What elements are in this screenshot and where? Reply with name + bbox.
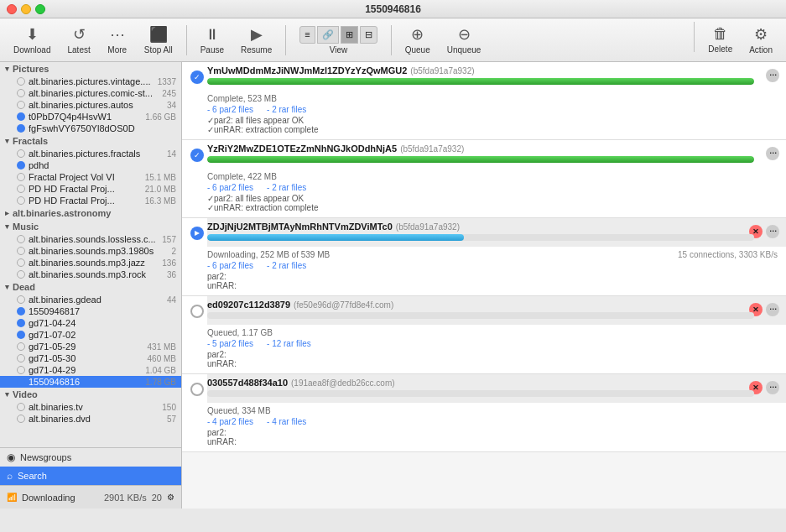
unqueue-icon: ⊖ (458, 25, 471, 44)
sidebar-item-newsgroups[interactable]: ◉ Newsgroups (0, 448, 181, 467)
dot-icon (17, 173, 25, 181)
resume-button[interactable]: ▶ Resume (234, 22, 278, 58)
toolbar-separator-1 (186, 25, 187, 55)
pause-button[interactable]: ⏸ Pause (194, 23, 231, 58)
status-indicator (190, 70, 204, 84)
more-button[interactable]: ⋯ More (101, 22, 134, 58)
item-size: 16.3 MB (145, 196, 176, 206)
download-files: - 6 par2 files - 2 rar files (207, 261, 778, 270)
sidebar-section-dead[interactable]: ▾Dead (0, 280, 181, 294)
rar-files-link[interactable]: - 2 rar files (267, 261, 306, 270)
expand-button[interactable]: ⋯ (766, 381, 779, 394)
unqueue-button[interactable]: ⊖ Unqueue (440, 22, 488, 58)
dot-icon (17, 235, 25, 243)
sidebar-item[interactable]: alt.binaries.dvd57 (0, 413, 181, 425)
sidebar-item[interactable]: alt.binaries.sounds.mp3.1980s2 (0, 245, 181, 257)
sidebar-item[interactable]: alt.binaries.sounds.lossless.c...157 (0, 233, 181, 245)
sidebar-item[interactable]: 1550946817 (0, 305, 181, 317)
close-button[interactable] (7, 4, 17, 14)
sidebar-item[interactable]: gd71-07-02 (0, 329, 181, 341)
sidebar-item[interactable]: alt.binaries.sounds.mp3.rock36 (0, 269, 181, 280)
sidebar-item[interactable]: alt.binaries.sounds.mp3.jazz136 (0, 257, 181, 269)
progress-bar (207, 312, 754, 319)
expand-button[interactable]: ⋯ (766, 147, 779, 160)
sidebar-item[interactable]: gd71-04-291.04 GB (0, 364, 181, 376)
view-toggle-group: ≡ 🔗 ⊞ ⊟ (299, 26, 377, 44)
sidebar-item[interactable]: Fractal Project Vol VI15.1 MB (0, 171, 181, 183)
sidebar-item[interactable]: alt.binaries.gdead44 (0, 294, 181, 305)
view-grid-btn[interactable]: ⊞ (341, 26, 358, 44)
sidebar-item[interactable]: gd71-05-29431 MB (0, 341, 181, 352)
sidebar-section-alt.binaries.astronomy[interactable]: ▸alt.binaries.astronomy (0, 206, 181, 220)
sidebar-item[interactable]: PD HD Fractal Proj...21.0 MB (0, 183, 181, 195)
expand-button[interactable]: ⋯ (766, 69, 779, 82)
par2-files-link[interactable]: - 4 par2 files (207, 417, 253, 426)
par2-files-link[interactable]: - 6 par2 files (207, 105, 253, 114)
item-name: alt.binaries.pictures.comic-st... (29, 88, 159, 98)
download-button[interactable]: ⬇ Download (7, 22, 57, 58)
delete-button[interactable]: 🗑 Delete (701, 22, 739, 58)
item-name: alt.binaries.pictures.autos (29, 100, 164, 110)
item-count: 34 (167, 101, 176, 110)
expand-button[interactable]: ⋯ (766, 225, 779, 238)
sidebar-item[interactable]: pdhd (0, 159, 181, 171)
rar-files-link[interactable]: - 4 rar files (267, 417, 306, 426)
toolbar-separator-2 (285, 25, 286, 55)
sidebar-item[interactable]: gd71-04-24 (0, 317, 181, 329)
rar-files-link[interactable]: - 2 rar files (267, 105, 306, 114)
status-indicator (190, 305, 204, 318)
toolbar-separator-3 (391, 25, 392, 55)
queue-button[interactable]: ⊕ Queue (398, 22, 437, 58)
stop-all-button[interactable]: ⬛ Stop All (138, 22, 180, 58)
item-name: pdhd (29, 160, 176, 170)
queue-label: Queue (405, 45, 430, 55)
download-item: ZDJjNjU2MTBjMTAyNmRhNTVmZDViMTc0 (b5fda9… (182, 218, 786, 296)
sidebar-item[interactable]: alt.binaries.pictures.autos34 (0, 99, 181, 111)
latest-button[interactable]: ↺ Latest (60, 22, 96, 58)
sidebar-item[interactable]: alt.binaries.pictures.fractals14 (0, 148, 181, 159)
sidebar-item[interactable]: alt.binaries.tv150 (0, 401, 181, 413)
view-detail-btn[interactable]: ⊟ (360, 26, 377, 44)
view-list-btn[interactable]: ≡ (299, 26, 315, 44)
sidebar-item[interactable]: 15509468161.78 GB (0, 376, 181, 388)
settings-icon[interactable]: ⚙ (167, 493, 174, 502)
sidebar-section-pictures[interactable]: ▾Pictures (0, 62, 181, 76)
sidebar-section-music[interactable]: ▾Music (0, 220, 181, 233)
complete-indicator (190, 70, 204, 84)
check-line-1: par2: (207, 272, 778, 281)
action-button[interactable]: ⚙ Action (742, 22, 779, 58)
item-name: PD HD Fractal Proj... (29, 196, 142, 206)
sidebar-item[interactable]: alt.binaries.pictures.vintage....1337 (0, 76, 181, 87)
item-name: gd71-07-02 (29, 330, 176, 340)
sidebar-item-search[interactable]: ⌕ Search (0, 467, 181, 485)
sidebar-item[interactable]: PD HD Fractal Proj...16.3 MB (0, 195, 181, 206)
rar-files-link[interactable]: - 2 rar files (267, 183, 306, 192)
minimize-button[interactable] (21, 4, 31, 14)
resume-label: Resume (241, 45, 272, 55)
maximize-button[interactable] (35, 4, 45, 14)
rar-files-link[interactable]: - 12 rar files (267, 339, 311, 348)
dot-icon (17, 77, 25, 86)
sidebar-section-video[interactable]: ▾Video (0, 388, 181, 401)
sidebar-item[interactable]: gd71-05-30460 MB (0, 352, 181, 364)
sidebar-section-fractals[interactable]: ▾Fractals (0, 134, 181, 148)
view-link-btn[interactable]: 🔗 (317, 26, 339, 44)
dot-icon (17, 247, 25, 255)
item-count: 150 (162, 403, 176, 412)
expand-button[interactable]: ⋯ (766, 303, 779, 316)
download-title: YzRiY2MwZDE1OTEzZmNhNGJkODdhNjA5 (b5fda9… (207, 143, 779, 154)
view-button[interactable]: ≡ 🔗 ⊞ ⊟ View (293, 23, 383, 58)
sidebar-item[interactable]: fgFswhVY6750Yl8dOS0D (0, 123, 181, 134)
progress-bar (207, 234, 754, 241)
item-name: 1550946816 (29, 377, 142, 387)
par2-files-link[interactable]: - 6 par2 files (207, 261, 253, 270)
search-icon: ⌕ (7, 470, 13, 482)
check-line-2: unRAR: (207, 359, 778, 368)
par2-files-link[interactable]: - 6 par2 files (207, 183, 253, 192)
sidebar-item[interactable]: t0PbD7Q4p4HsvW11.66 GB (0, 111, 181, 123)
item-size: 15.1 MB (145, 173, 176, 182)
sidebar-item[interactable]: alt.binaries.pictures.comic-st...245 (0, 87, 181, 99)
dot-icon (17, 415, 25, 423)
par2-files-link[interactable]: - 5 par2 files (207, 339, 253, 348)
title-bar: 1550946816 (0, 0, 786, 18)
